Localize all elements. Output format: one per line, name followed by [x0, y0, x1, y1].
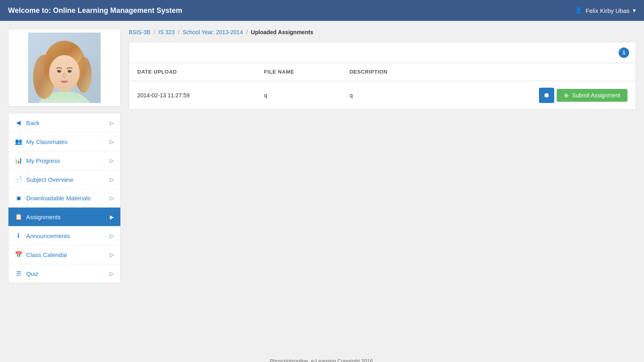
sidebar: ◀ Back ▷ 👥 My Classmates ▷ 📊 My Progress… — [8, 29, 121, 338]
breadcrumb-is323[interactable]: IS 323 — [159, 29, 175, 35]
sidebar-item-back[interactable]: ◀ Back ▷ — [8, 113, 120, 132]
col-date-upload: DATE UPLOAD — [129, 63, 256, 81]
breadcrumb: BSIS-3B / IS 323 / School Year: 2013-201… — [129, 29, 636, 35]
nav-icon-back: ◀ — [15, 119, 22, 126]
nav-arrow-class-calendar: ▷ — [110, 252, 114, 258]
cell-description-0: q — [341, 81, 442, 109]
nav-label-quiz: Quiz — [26, 270, 39, 277]
assignments-table: DATE UPLOAD FILE NAME DESCRIPTION 2014-0… — [129, 63, 636, 109]
sidebar-item-assignments[interactable]: 📋 Assignments ▶ — [8, 208, 120, 226]
nav-arrow-downloadable-materials: ▷ — [110, 195, 114, 201]
avatar — [28, 33, 101, 103]
nav-arrow-my-progress: ▷ — [110, 158, 114, 164]
user-name: Felix Kirby Ubas — [586, 7, 630, 14]
table-header: DATE UPLOAD FILE NAME DESCRIPTION — [129, 63, 636, 81]
nav-arrow-my-classmates: ▷ — [110, 139, 114, 145]
nav-label-announcements: Announcements — [26, 232, 70, 239]
nav-icon-quiz: ☰ — [15, 270, 22, 277]
main-layout: ◀ Back ▷ 👥 My Classmates ▷ 📊 My Progress… — [0, 21, 644, 346]
top-bar: Welcome to: Online Learning Management S… — [0, 0, 644, 21]
nav-arrow-subject-overview: ▷ — [110, 177, 114, 183]
nav-label-assignments: Assignments — [26, 214, 61, 220]
sidebar-item-subject-overview[interactable]: 📄 Subject Overview ▷ — [8, 170, 120, 189]
nav-arrow-quiz: ▷ — [110, 271, 114, 277]
content-area: BSIS-3B / IS 323 / School Year: 2013-201… — [129, 29, 636, 338]
count-badge: 1 — [619, 47, 629, 58]
nav-label-my-progress: My Progress — [26, 157, 60, 164]
card-header: 1 — [129, 42, 636, 63]
user-icon: 👤 — [575, 7, 582, 14]
nav-label-my-classmates: My Classmates — [26, 138, 68, 145]
col-description: DESCRIPTION — [341, 63, 442, 81]
sidebar-item-quiz[interactable]: ☰ Quiz ▷ — [8, 264, 120, 283]
breadcrumb-school-year[interactable]: School Year: 2013-2014 — [183, 29, 243, 35]
avatar-box — [8, 29, 121, 107]
content-card: 1 DATE UPLOAD FILE NAME DESCRIPTION 2014… — [129, 42, 636, 110]
sidebar-item-my-classmates[interactable]: 👥 My Classmates ▷ — [8, 132, 120, 151]
sidebar-item-downloadable-materials[interactable]: ⏺ Downloadable Materials ▷ — [8, 189, 120, 208]
sidebar-item-class-calendar[interactable]: 📅 Class Calendar ▷ — [8, 245, 120, 264]
col-file-name: FILE NAME — [256, 63, 341, 81]
cell-actions-0: ⏺ ⊕ Submit Assignment — [442, 81, 636, 109]
cell-filename-0: q — [256, 81, 341, 109]
nav-label-downloadable-materials: Downloadable Materials — [26, 195, 91, 202]
col-actions — [442, 63, 636, 81]
nav-icon-assignments: 📋 — [15, 213, 22, 220]
svg-point-12 — [70, 70, 71, 71]
table-container: DATE UPLOAD FILE NAME DESCRIPTION 2014-0… — [129, 63, 636, 109]
nav-icon-downloadable-materials: ⏺ — [15, 195, 22, 202]
svg-point-11 — [60, 70, 60, 71]
nav-arrow-assignments: ▶ — [110, 214, 114, 220]
nav-label-class-calendar: Class Calendar — [26, 251, 68, 258]
nav-icon-subject-overview: 📄 — [15, 176, 22, 183]
sidebar-item-announcements[interactable]: ℹ Announcements ▷ — [8, 226, 120, 245]
nav-label-subject-overview: Subject Overview — [26, 176, 73, 183]
nav-icon-my-classmates: 👥 — [15, 138, 22, 145]
svg-point-8 — [49, 55, 80, 90]
nav-arrow-back: ▷ — [110, 120, 114, 126]
footer-text: Phpscriptsonline, e-Learning Copyright 2… — [270, 358, 374, 362]
download-button[interactable]: ⏺ — [539, 88, 554, 103]
nav-label-back: Back — [26, 119, 39, 126]
nav-arrow-announcements: ▷ — [110, 233, 114, 239]
breadcrumb-bsis[interactable]: BSIS-3B — [129, 29, 151, 35]
submit-assignment-button[interactable]: ⊕ Submit Assignment — [557, 89, 627, 102]
nav-icon-class-calendar: 📅 — [15, 251, 22, 258]
svg-point-9 — [57, 70, 61, 73]
svg-point-10 — [68, 70, 72, 73]
dropdown-icon: ▾ — [633, 7, 636, 14]
table-body: 2014-02-13 11:27:59 q q ⏺ ⊕ Submit Assig… — [129, 81, 636, 109]
submit-plus-icon: ⊕ — [564, 92, 569, 99]
sidebar-item-my-progress[interactable]: 📊 My Progress ▷ — [8, 151, 120, 170]
submit-assignment-label: Submit Assignment — [572, 92, 620, 99]
nav-icon-announcements: ℹ — [15, 232, 22, 239]
nav-icon-my-progress: 📊 — [15, 157, 22, 164]
footer: Phpscriptsonline, e-Learning Copyright 2… — [0, 346, 644, 362]
breadcrumb-current: Uploaded Assignments — [251, 29, 313, 35]
nav-menu: ◀ Back ▷ 👥 My Classmates ▷ 📊 My Progress… — [8, 113, 121, 283]
table-row: 2014-02-13 11:27:59 q q ⏺ ⊕ Submit Assig… — [129, 81, 636, 109]
user-menu[interactable]: 👤 Felix Kirby Ubas ▾ — [575, 7, 636, 14]
app-title: Welcome to: Online Learning Management S… — [8, 6, 182, 15]
cell-date-0: 2014-02-13 11:27:59 — [129, 81, 256, 109]
